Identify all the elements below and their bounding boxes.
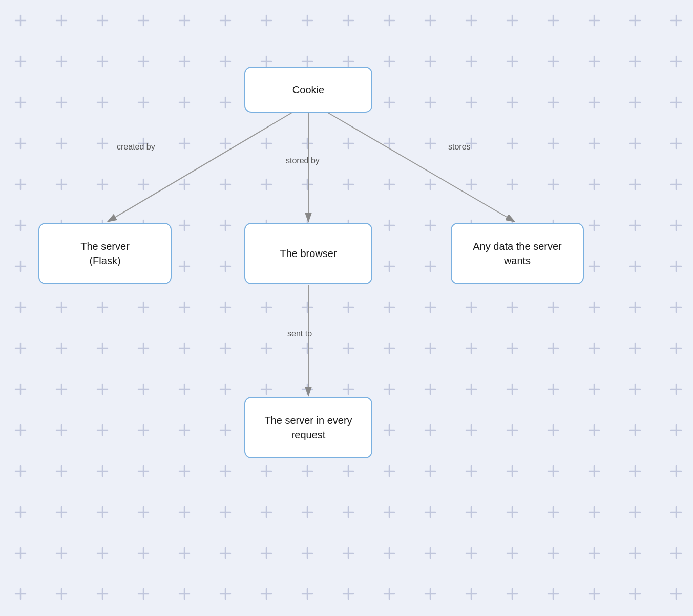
any-data-node: Any data the serverwants: [451, 223, 584, 284]
edge-label-created-by: created by: [117, 142, 155, 152]
edge-label-stores: stores: [448, 142, 471, 152]
browser-node: The browser: [244, 223, 372, 284]
server-flask-node: The server(Flask): [38, 223, 172, 284]
server-flask-label: The server(Flask): [80, 239, 130, 268]
cookie-node: Cookie: [244, 67, 372, 113]
any-data-label: Any data the serverwants: [473, 239, 561, 268]
edge-label-stored-by: stored by: [286, 156, 320, 165]
browser-label: The browser: [280, 246, 337, 261]
edge-label-sent-to: sent to: [287, 329, 312, 338]
cookie-label: Cookie: [292, 82, 324, 97]
server-request-label: The server in everyrequest: [264, 413, 352, 442]
server-request-node: The server in everyrequest: [244, 397, 372, 458]
